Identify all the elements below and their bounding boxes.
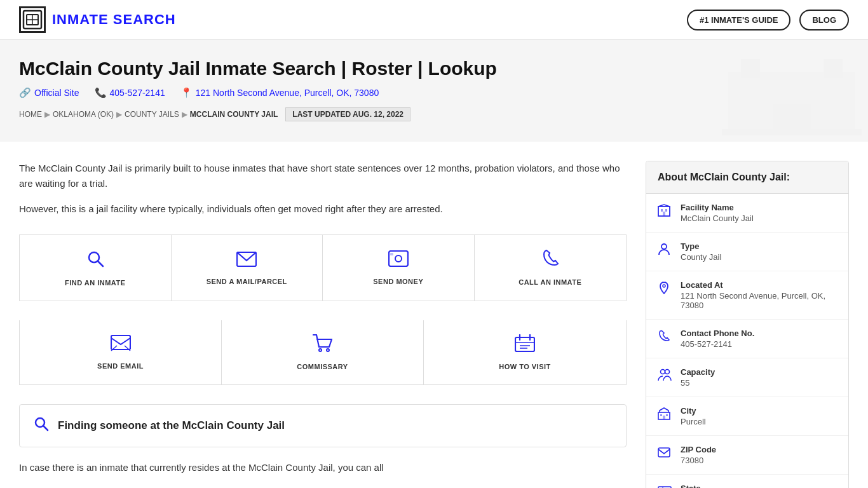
inmates-guide-button[interactable]: #1 INMATE'S GUIDE: [687, 10, 790, 30]
zip-label: ZIP Code: [681, 445, 716, 454]
site-header: INMATE SEARCH #1 INMATE'S GUIDE BLOG: [0, 0, 868, 40]
description: The McClain County Jail is primarily bui…: [19, 161, 627, 217]
svg-point-23: [319, 349, 322, 351]
breadcrumb-home[interactable]: HOME: [19, 110, 42, 119]
send-mail-label: SEND A MAIL/PARCEL: [207, 278, 287, 285]
sidebar-city: City Purcell: [646, 397, 848, 436]
breadcrumb-sep3: ▶: [182, 110, 187, 119]
action-send-mail[interactable]: SEND A MAIL/PARCEL: [172, 235, 323, 301]
location-pin-icon: [658, 281, 673, 297]
finding-section: Finding someone at the McClain County Ja…: [19, 404, 627, 447]
located-at-value: 121 North Second Avenue, Purcell, OK, 73…: [681, 291, 837, 310]
breadcrumb-current: MCCLAIN COUNTY JAIL: [190, 110, 278, 119]
sidebar-zip: ZIP Code 73080: [646, 436, 848, 475]
address-text: 121 North Second Avenue, Purcell, OK, 73…: [196, 88, 379, 98]
action-send-money[interactable]: SEND MONEY: [323, 235, 475, 301]
phone-icon: 📞: [95, 87, 107, 98]
phone-content: Contact Phone No. 405-527-2141: [681, 329, 754, 349]
capacity-label: Capacity: [681, 367, 715, 377]
type-icon: [658, 243, 673, 259]
find-inmate-label: FIND AN INMATE: [65, 279, 126, 287]
mail-icon: [236, 251, 257, 271]
sidebar-header: About McClain County Jail:: [646, 161, 848, 194]
facility-name-value: McClain County Jail: [681, 214, 754, 223]
visit-icon: [515, 334, 535, 356]
sidebar-facility-name: Facility Name McClain County Jail: [646, 194, 848, 233]
main-layout: The McClain County Jail is primarily bui…: [0, 142, 868, 488]
svg-line-32: [44, 426, 48, 431]
finding-search-icon: [34, 416, 49, 435]
svg-point-40: [663, 285, 665, 287]
type-label: Type: [681, 241, 721, 251]
action-commissary[interactable]: COMMISSARY: [222, 320, 424, 384]
cart-icon: [313, 334, 333, 356]
svg-point-18: [395, 255, 402, 262]
facility-name-content: Facility Name McClain County Jail: [681, 203, 754, 223]
state-icon: [658, 485, 673, 488]
located-at-label: Located At: [681, 280, 837, 290]
breadcrumb-jails[interactable]: COUNTY JAILS: [125, 110, 179, 119]
svg-point-41: [661, 370, 665, 374]
svg-rect-7: [722, 129, 862, 135]
svg-line-15: [98, 261, 103, 266]
state-content: State Oklahoma (OK): [681, 484, 738, 488]
action-call-inmate[interactable]: CALL AN INMATE: [475, 235, 627, 301]
svg-rect-35: [665, 209, 667, 212]
zip-icon: [658, 446, 673, 462]
phone-label: Contact Phone No.: [681, 329, 754, 338]
city-label: City: [681, 406, 706, 416]
type-content: Type County Jail: [681, 241, 721, 262]
svg-rect-20: [111, 336, 130, 349]
how-to-visit-label: HOW TO VISIT: [499, 363, 551, 370]
zip-value: 73080: [681, 456, 716, 465]
svg-rect-25: [515, 337, 534, 351]
svg-rect-46: [663, 416, 665, 419]
link-icon: 🔗: [19, 87, 31, 98]
last-updated-badge: LAST UPDATED AUG. 12, 2022: [285, 107, 410, 121]
phone-value: 405-527-2141: [681, 339, 754, 349]
description-p2: However, this is a jail facility where t…: [19, 201, 627, 217]
logo-icon: [19, 6, 46, 33]
zip-content: ZIP Code 73080: [681, 445, 716, 465]
call-inmate-label: CALL AN INMATE: [519, 278, 581, 286]
action-find-inmate[interactable]: FIND AN INMATE: [20, 235, 172, 301]
type-value: County Jail: [681, 252, 721, 262]
email-icon: [111, 335, 131, 356]
official-site-label: Official Site: [34, 88, 79, 98]
hero-meta: 🔗 Official Site 📞 405-527-2141 📍 121 Nor…: [19, 87, 849, 98]
breadcrumb-state[interactable]: OKLAHOMA (OK): [53, 110, 114, 119]
action-grid-row2: SEND EMAIL COMMISSARY: [19, 320, 627, 385]
svg-point-42: [665, 370, 670, 374]
sidebar-box: About McClain County Jail: Facility Name…: [646, 161, 849, 488]
logo-area: INMATE SEARCH: [19, 6, 176, 33]
action-send-email[interactable]: SEND EMAIL: [20, 320, 222, 384]
svg-point-24: [327, 349, 329, 351]
search-icon: [86, 249, 105, 273]
sidebar: About McClain County Jail: Facility Name…: [646, 161, 849, 488]
svg-rect-44: [660, 414, 662, 416]
phone-number: 405-527-2141: [110, 88, 165, 98]
city-value: Purcell: [681, 417, 706, 426]
located-at-content: Located At 121 North Second Avenue, Purc…: [681, 280, 837, 310]
logo-text: INMATE SEARCH: [52, 11, 176, 28]
money-icon: [388, 250, 409, 271]
breadcrumb: HOME ▶ OKLAHOMA (OK) ▶ COUNTY JAILS ▶ MC…: [19, 107, 849, 121]
header-nav: #1 INMATE'S GUIDE BLOG: [687, 10, 849, 30]
blog-button[interactable]: BLOG: [799, 10, 849, 30]
city-icon: [658, 407, 673, 423]
address-item: 📍 121 North Second Avenue, Purcell, OK, …: [180, 87, 379, 98]
capacity-icon: [658, 369, 673, 384]
phone-icon: [541, 250, 559, 272]
finding-title: Finding someone at the McClain County Ja…: [58, 419, 285, 432]
description-p1: The McClain County Jail is primarily bui…: [19, 161, 627, 191]
capacity-value: 55: [681, 378, 715, 388]
send-money-label: SEND MONEY: [373, 278, 423, 285]
svg-rect-45: [666, 414, 668, 416]
page-title: McClain County Jail Inmate Search | Rost…: [19, 58, 849, 79]
sidebar-state: State Oklahoma (OK): [646, 475, 848, 488]
official-site-link[interactable]: 🔗 Official Site: [19, 87, 79, 98]
svg-rect-47: [658, 448, 670, 457]
capacity-content: Capacity 55: [681, 367, 715, 388]
action-how-to-visit[interactable]: HOW TO VISIT: [424, 320, 626, 384]
location-icon: 📍: [180, 87, 193, 98]
